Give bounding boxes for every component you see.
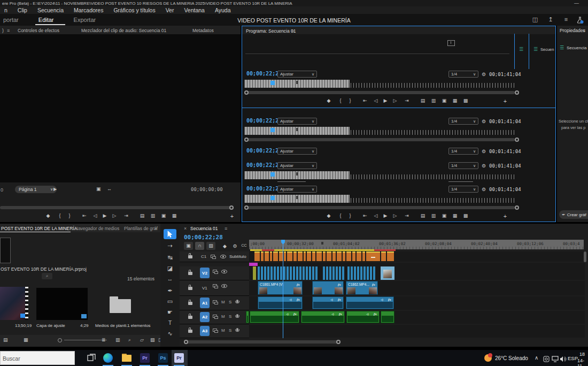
v2-clip[interactable] <box>363 266 366 280</box>
scrollbar-knob[interactable] <box>244 138 249 142</box>
export-frame-icon[interactable]: ▣ <box>440 214 448 220</box>
track-mic-icon[interactable] <box>236 314 238 317</box>
v2-clip[interactable] <box>274 266 276 280</box>
menu-item-ventana[interactable]: Ventana <box>184 7 205 13</box>
track-lock-icon[interactable] <box>188 316 192 319</box>
track-mute-button[interactable]: M <box>221 300 225 304</box>
ripple-edit-tool[interactable]: ↹ <box>164 255 176 263</box>
workspace-tab-editar[interactable]: Editar <box>38 17 54 23</box>
zoom-slider-handle[interactable] <box>58 338 62 342</box>
remix-tool[interactable]: ∿ <box>164 331 176 339</box>
project-tab-graphics-templates[interactable]: Plantillas de gráf <box>124 226 158 231</box>
a1-audio-clip[interactable]: ◃)fx <box>346 296 394 309</box>
v2-clip[interactable] <box>326 266 328 280</box>
taskbar-search-box[interactable]: Buscar <box>0 351 75 365</box>
mark-in-icon[interactable]: { <box>56 214 64 220</box>
project-tab-media-browser[interactable]: Navegador de medios <box>75 226 119 231</box>
panel-tab-stub[interactable]: ) <box>2 28 4 33</box>
play-icon[interactable]: ▶ <box>382 214 389 220</box>
v2-clip[interactable] <box>367 266 369 280</box>
caption-clip[interactable] <box>265 251 269 261</box>
v2-clip[interactable] <box>299 266 301 280</box>
v2-clip[interactable] <box>373 266 375 280</box>
caption-clip[interactable] <box>357 251 361 261</box>
track-mic-icon[interactable] <box>236 300 238 303</box>
caption-clip[interactable] <box>327 251 331 261</box>
play-icon[interactable]: ▶ <box>101 214 109 220</box>
tray-security-icon[interactable] <box>543 355 550 361</box>
scrollbar-knob[interactable] <box>336 340 341 344</box>
go-to-in-icon[interactable]: ⇤ <box>361 98 369 105</box>
caption-clip[interactable] <box>307 251 311 261</box>
source-scrollbar[interactable] <box>0 206 234 209</box>
track-lock-icon[interactable] <box>188 287 192 290</box>
go-to-out-icon[interactable]: ⇥ <box>122 214 130 220</box>
panel-menu-icon[interactable]: ≡ <box>7 28 10 33</box>
track-target-badge-a1[interactable]: A1 <box>200 298 210 308</box>
caption-clip[interactable] <box>287 251 292 261</box>
caption-clip[interactable] <box>293 251 297 261</box>
a1-audio-clip[interactable]: ◃)fx <box>312 296 344 309</box>
v2-clip[interactable] <box>360 266 362 280</box>
taskbar-task-view-icon[interactable] <box>87 354 96 362</box>
program-scrollbar[interactable] <box>246 138 515 141</box>
timeline-tab-close-icon[interactable]: × <box>184 226 187 231</box>
caption-clip[interactable] <box>304 251 306 261</box>
panel-tab-0[interactable]: Controles de efectos <box>18 28 59 33</box>
track-lock-icon[interactable] <box>188 255 192 258</box>
mini-playhead[interactable] <box>270 172 275 177</box>
caption-clip[interactable] <box>261 251 264 261</box>
caption-clip[interactable] <box>381 251 386 261</box>
caption-clip[interactable] <box>366 251 380 261</box>
caption-clip[interactable] <box>343 251 345 261</box>
tray-volume-icon[interactable] <box>560 355 567 361</box>
track-solo-button[interactable]: S <box>229 328 231 333</box>
fit-dropdown[interactable]: Ajustar∨ <box>277 186 317 193</box>
a1-audio-clip[interactable]: ◃)fx <box>258 296 303 309</box>
search-chip[interactable]: ⌕ <box>42 273 52 279</box>
v2-clip[interactable] <box>303 266 305 280</box>
v2-clip[interactable] <box>329 266 331 280</box>
v2-clip[interactable] <box>336 266 338 280</box>
sequence-icon[interactable]: ☰ <box>533 47 538 52</box>
mark-in-icon[interactable]: { <box>337 98 344 105</box>
add-marker-icon[interactable]: ◆ <box>220 243 229 250</box>
overwrite-icon[interactable]: ▦ <box>451 214 459 220</box>
v2-clip[interactable] <box>277 266 279 280</box>
sync-lock-icon[interactable] <box>213 270 217 273</box>
type-tool[interactable]: T <box>164 320 176 329</box>
workspace-tab-exportar[interactable]: Exportar <box>74 17 96 23</box>
extract-icon[interactable]: ▥ <box>430 98 437 105</box>
extract-icon[interactable]: ▥ <box>430 214 437 220</box>
a2-audio-clip[interactable] <box>246 311 249 323</box>
caption-clip[interactable] <box>298 251 303 261</box>
menu-item-secuencia[interactable]: Secuencia <box>37 7 64 13</box>
caption-clip[interactable] <box>273 251 278 261</box>
v2-clip[interactable] <box>315 266 318 280</box>
workspaces-menu-icon[interactable]: ≡ <box>562 16 570 24</box>
wrench-icon[interactable]: ⚙ <box>482 187 486 192</box>
step-forward-icon[interactable]: ▷ <box>111 214 118 220</box>
mini-playhead[interactable] <box>270 196 275 200</box>
v1-clip[interactable]: fx <box>312 281 344 295</box>
menu-item-marcadores[interactable]: Marcadores <box>74 7 103 13</box>
menu-item-ayuda[interactable]: Ayuda <box>215 7 231 13</box>
scrollbar-knob[interactable] <box>244 90 249 95</box>
caption-clip[interactable] <box>254 251 260 261</box>
step-back-icon[interactable]: ◁ <box>372 98 380 105</box>
v2-clip[interactable] <box>258 266 260 280</box>
v2-clip[interactable] <box>306 266 308 280</box>
scrollbar-knob[interactable] <box>229 205 234 210</box>
caption-clip[interactable] <box>270 251 272 261</box>
zoom-slider-track[interactable] <box>64 340 107 340</box>
workspace-layout-icon[interactable]: ◫ <box>531 16 539 24</box>
clock-date[interactable]: 14-11 <box>577 358 588 366</box>
v2-clip[interactable] <box>339 266 341 280</box>
v2-clip[interactable] <box>354 266 356 280</box>
sort-order-icon[interactable]: ≣ <box>102 338 106 342</box>
caption-clip[interactable] <box>337 251 342 261</box>
export-frame-icon[interactable]: ▣ <box>440 98 448 105</box>
fit-dropdown[interactable]: Ajustar∨ <box>277 118 317 125</box>
play-small-icon[interactable]: ▶ <box>53 187 57 192</box>
v2-clip[interactable] <box>293 266 295 280</box>
